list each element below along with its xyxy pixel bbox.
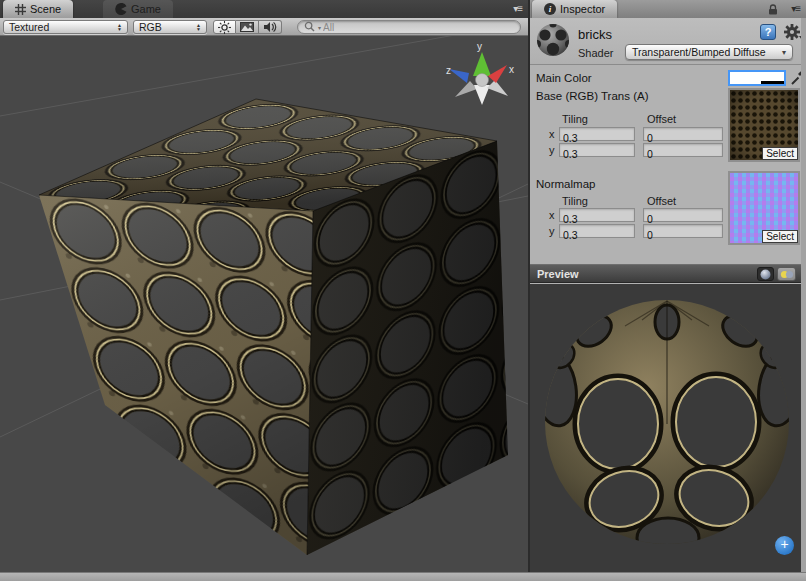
scene-3d-render: y x z	[0, 36, 528, 573]
normal-offset-y-field[interactable]	[643, 224, 723, 238]
base-offset-x-field[interactable]	[643, 127, 723, 141]
updown-arrows-icon: ▲▼	[117, 23, 122, 31]
gizmo-center-cube[interactable]	[476, 74, 489, 87]
gizmo-x-axis-cone[interactable]	[488, 65, 507, 83]
two-lights-icon	[780, 270, 794, 279]
preview-shape-button[interactable]	[757, 267, 774, 281]
search-input[interactable]	[323, 22, 493, 33]
draw-mode-value: Textured	[9, 21, 49, 33]
normal-row-x-label: x	[549, 209, 555, 221]
gizmo-z-label: z	[446, 65, 451, 76]
base-select-label: Select	[766, 148, 794, 159]
color-mode-value: RGB	[139, 21, 162, 33]
material-preview-area[interactable]: +	[530, 284, 806, 572]
gizmo-z-axis-cone[interactable]	[449, 69, 469, 83]
scene-toolbar: Textured ▲▼ RGB ▲▼ ▾	[0, 18, 528, 36]
scene-gizmo[interactable]: y x z	[446, 41, 514, 105]
preview-sphere-render	[530, 284, 806, 572]
scene-viewport[interactable]: y x z	[0, 36, 528, 573]
normal-offset-x-field[interactable]	[643, 208, 723, 222]
image-icon	[240, 22, 254, 32]
normal-tiling-header: Tiling	[562, 195, 588, 207]
base-row-x-label: x	[549, 128, 555, 140]
base-offset-y-input[interactable]	[644, 148, 722, 160]
search-icon	[304, 21, 316, 33]
gizmo-y-axis-cone[interactable]	[473, 52, 491, 76]
overlay-toggle-button[interactable]	[236, 20, 259, 34]
plus-icon: +	[780, 536, 788, 552]
base-select-button[interactable]: Select	[762, 147, 798, 160]
tab-inspector-label: Inspector	[560, 3, 605, 15]
normal-tiling-x-field[interactable]	[559, 208, 635, 222]
normalmap-select-button[interactable]: Select	[762, 230, 798, 243]
normal-offset-header: Offset	[647, 195, 676, 207]
normalmap-label: Normalmap	[536, 178, 595, 190]
gizmo-axis-cone[interactable]	[487, 80, 508, 96]
base-offset-y-field[interactable]	[643, 143, 723, 157]
scene-panel-menu-icon[interactable]: ▾≡	[513, 3, 522, 14]
lighting-toggle-button[interactable]	[213, 20, 236, 34]
normal-row-y-label: y	[549, 225, 555, 237]
preview-header[interactable]: Preview	[530, 265, 806, 283]
window-bottom-edge	[0, 572, 806, 581]
base-texture-thumbnail[interactable]: Select	[728, 88, 800, 162]
gizmo-y-label: y	[477, 41, 482, 52]
gizmo-x-label: x	[509, 64, 514, 75]
game-icon	[115, 3, 127, 15]
sun-icon	[218, 21, 231, 34]
grid-icon	[15, 4, 26, 15]
updown-arrows-icon: ▲▼	[196, 23, 201, 31]
main-color-label: Main Color	[536, 72, 592, 84]
base-offset-header: Offset	[647, 113, 676, 125]
normal-tiling-y-field[interactable]	[559, 224, 635, 238]
scene-panel: Scene Game ▾≡ Textured ▲▼ RGB ▲▼	[0, 0, 528, 581]
info-icon: i	[544, 3, 556, 15]
color-mode-dropdown[interactable]: RGB ▲▼	[133, 20, 207, 34]
unity-editor-window: { "scene": { "tab_scene": "Scene", "tab_…	[0, 0, 806, 581]
add-preview-button[interactable]: +	[775, 536, 794, 555]
search-filter-arrow-icon[interactable]: ▾	[318, 24, 321, 31]
preview-light-button[interactable]	[777, 267, 796, 281]
base-tiling-header: Tiling	[562, 113, 588, 125]
base-texture-label: Base (RGB) Trans (A)	[536, 90, 648, 102]
shader-value: Transparent/Bumped Diffuse	[632, 46, 766, 58]
audio-toggle-button[interactable]	[259, 20, 282, 34]
speaker-icon	[263, 21, 277, 33]
lock-icon[interactable]	[768, 4, 778, 15]
help-glyph: ?	[765, 26, 772, 38]
base-tiling-y-input[interactable]	[560, 148, 634, 160]
inspector-panel: i Inspector ▾≡ br	[530, 0, 806, 581]
scene-search-field: ▾	[297, 20, 521, 34]
material-name: bricks	[578, 27, 612, 42]
base-row-y-label: y	[549, 144, 555, 156]
scene-tabstrip: Scene Game ▾≡	[0, 0, 528, 18]
chevron-down-icon: ▾	[782, 48, 786, 57]
tab-game[interactable]: Game	[103, 0, 173, 18]
normalmap-select-label: Select	[766, 231, 794, 242]
normalmap-thumbnail[interactable]: Select	[728, 171, 800, 245]
tab-scene-label: Scene	[30, 3, 61, 15]
help-button[interactable]: ?	[760, 24, 776, 40]
main-color-swatch[interactable]	[728, 70, 786, 86]
gizmo-axis-cone[interactable]	[455, 81, 477, 97]
shader-dropdown[interactable]: Transparent/Bumped Diffuse ▾	[625, 44, 793, 60]
window-right-edge	[801, 18, 806, 572]
draw-mode-dropdown[interactable]: Textured ▲▼	[3, 20, 128, 34]
inspector-panel-menu-icon[interactable]: ▾≡	[791, 3, 800, 14]
material-header: bricks Shader Transparent/Bumped Diffuse…	[530, 18, 806, 65]
base-tiling-y-field[interactable]	[559, 143, 635, 157]
tab-scene[interactable]: Scene	[3, 0, 73, 18]
preview-title: Preview	[530, 268, 579, 280]
alpha-bar	[730, 81, 784, 84]
textured-cube[interactable]	[39, 99, 508, 555]
tab-game-label: Game	[131, 3, 161, 15]
tab-inspector[interactable]: i Inspector	[532, 0, 617, 18]
inspector-tabstrip: i Inspector ▾≡	[530, 0, 806, 18]
shader-label: Shader	[578, 47, 613, 59]
normal-offset-y-input[interactable]	[644, 229, 722, 241]
normal-tiling-y-input[interactable]	[560, 229, 634, 241]
base-tiling-x-field[interactable]	[559, 127, 635, 141]
sphere-icon	[760, 269, 771, 280]
material-sphere-icon	[535, 22, 571, 58]
